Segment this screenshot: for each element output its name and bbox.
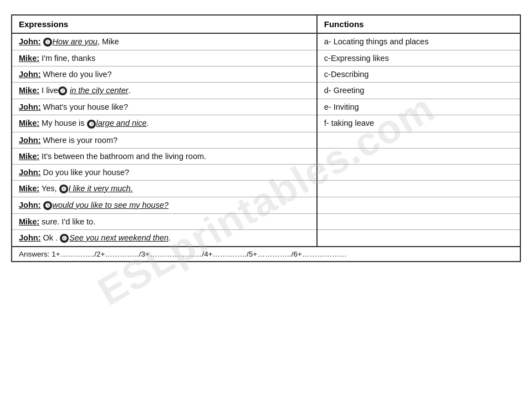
function-cell [317,213,520,229]
table-row: Mike: It's between the bathroom and the … [12,148,520,164]
expression-cell: John: Do you like your house? [12,164,317,180]
expression-cell: Mike: sure. I'd like to. [12,213,317,229]
function-cell: a- Locating things and places [317,33,520,50]
function-cell: e- Inviting [317,99,520,115]
table-row: John: What's your house like?e- Inviting [12,99,520,115]
function-cell [317,180,520,197]
expression-cell: Mike: I'm fine, thanks [12,50,317,66]
expressions-header: Expressions [12,15,317,33]
table-row: Mike: I live❷ in the city center.d- Gree… [12,83,520,99]
table-row: John: Where is your room? [12,132,520,148]
function-cell [317,164,520,180]
main-table: Expressions Functions John: ❶How are you… [11,14,521,262]
function-cell [317,132,520,148]
expression-cell: Mike: My house is ❸large and nice. [12,115,317,132]
table-row: John: Ok . ❻See you next weekend then. [12,229,520,247]
functions-header: Functions [317,15,520,33]
table-row: John: Where do you live?c-Describing [12,66,520,83]
answers-cell: Answers: 1+…………../2+…………../3+…………………/4+…… [12,247,520,262]
expression-cell: John: What's your house like? [12,99,317,115]
table-row: John: Do you like your house? [12,164,520,180]
expression-cell: John: Where is your room? [12,132,317,148]
table-row: Mike: Yes, ❹I like it very much. [12,180,520,197]
function-cell [317,229,520,247]
table-row: John: ❺would you like to see my house? [12,197,520,213]
expression-cell: John: Ok . ❻See you next weekend then. [12,229,317,247]
function-cell: c-Expressing likes [317,50,520,66]
expression-cell: Mike: It's between the bathroom and the … [12,148,317,164]
answers-row: Answers: 1+…………../2+…………../3+…………………/4+…… [12,247,520,262]
table-row: John: ❶How are you, Mikea- Locating thin… [12,33,520,50]
function-cell: d- Greeting [317,83,520,99]
function-cell: c-Describing [317,66,520,83]
expression-cell: John: ❺would you like to see my house? [12,197,317,213]
table-row: Mike: My house is ❸large and nice.f- tak… [12,115,520,132]
expression-cell: John: Where do you live? [12,66,317,83]
page-container: ESLprintables.com Expressions Functions … [0,0,532,399]
expression-cell: John: ❶How are you, Mike [12,33,317,50]
function-cell: f- taking leave [317,115,520,132]
expression-cell: Mike: I live❷ in the city center. [12,83,317,99]
table-row: Mike: I'm fine, thanksc-Expressing likes [12,50,520,66]
function-cell [317,148,520,164]
table-row: Mike: sure. I'd like to. [12,213,520,229]
expression-cell: Mike: Yes, ❹I like it very much. [12,180,317,197]
function-cell [317,197,520,213]
